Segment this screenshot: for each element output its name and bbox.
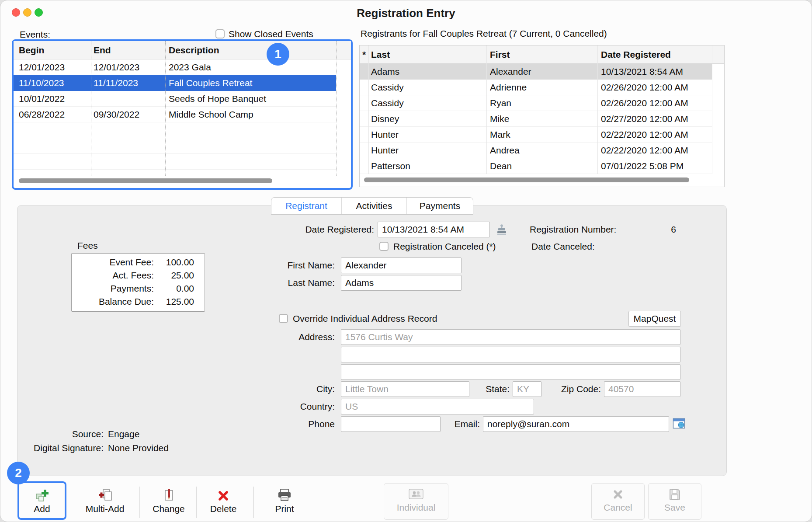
registration-number-value: 6: [634, 222, 676, 237]
phone-label: Phone: [228, 416, 335, 432]
date-registered-label: Date Registered:: [245, 222, 374, 237]
registrant-date: 02/22/2020 12:00 AM: [601, 143, 688, 158]
registrant-date: 02/26/2020 12:00 AM: [601, 80, 688, 95]
registrant-first: Ryan: [490, 95, 511, 111]
column-divider: [597, 45, 598, 174]
multi-add-icon: [98, 485, 112, 502]
separator: [267, 305, 678, 305]
cancel-button: Cancel: [591, 483, 645, 520]
event-end: 11/11/2023: [94, 75, 138, 90]
last-name-input[interactable]: [341, 275, 462, 291]
registrant-last: Cassidy: [371, 80, 404, 95]
country-label: Country:: [228, 399, 335, 414]
column-divider: [91, 41, 91, 176]
registration-canceled-label: Registration Canceled (*): [393, 241, 496, 252]
fee-label: Payments:: [72, 283, 154, 294]
registrant-row[interactable]: Disney Mike 02/27/2020 12:00 AM: [360, 111, 712, 127]
override-address-checkbox[interactable]: [279, 314, 288, 323]
address-line3-input[interactable]: [341, 364, 680, 380]
registrant-row[interactable]: Patterson Dean 07/01/2022 5:08 PM: [360, 158, 712, 174]
tab-registrant[interactable]: Registrant: [271, 198, 341, 214]
first-name-input[interactable]: [341, 258, 462, 273]
registrants-column-cancelled[interactable]: *: [362, 45, 366, 63]
events-label: Events:: [20, 29, 50, 40]
print-label: Print: [275, 504, 294, 514]
registrants-column-first[interactable]: First: [490, 45, 510, 63]
email-input[interactable]: [483, 416, 669, 432]
city-input[interactable]: [341, 381, 469, 397]
first-name-label: First Name:: [228, 258, 335, 273]
mapquest-button[interactable]: MapQuest: [628, 311, 681, 327]
tab-activities[interactable]: Activities: [341, 198, 406, 214]
show-closed-events-checkbox[interactable]: [215, 29, 225, 38]
address-line1-input[interactable]: [341, 329, 680, 345]
print-button[interactable]: Print: [260, 485, 309, 521]
registrant-last: Patterson: [371, 158, 410, 174]
registration-canceled-checkbox[interactable]: [379, 242, 389, 251]
event-row[interactable]: 06/28/2022 09/30/2022 Middle School Camp: [14, 107, 336, 122]
address-line2-input[interactable]: [341, 347, 680, 362]
events-table: Begin End Description 12/01/2023 12/01/2…: [14, 41, 351, 188]
registrant-row[interactable]: Cassidy Ryan 02/26/2020 12:00 AM: [360, 95, 712, 111]
country-input[interactable]: [341, 399, 534, 414]
change-icon: [162, 485, 176, 502]
registrant-row[interactable]: Cassidy Adrienne 02/26/2020 12:00 AM: [360, 80, 712, 95]
fee-value: 125.00: [154, 296, 194, 307]
event-end: 12/01/2023: [94, 59, 139, 75]
zip-code-input[interactable]: [604, 381, 680, 397]
registrant-row-selected[interactable]: Adams Alexander 10/13/2021 8:54 AM: [360, 64, 712, 80]
events-horizontal-scrollbar[interactable]: [19, 178, 272, 183]
event-row[interactable]: 10/01/2022 Seeds of Hope Banquet: [14, 91, 336, 107]
registrant-first: Alexander: [490, 64, 531, 79]
annotation-badge-1: 1: [267, 43, 289, 66]
fee-label: Act. Fees:: [72, 270, 154, 281]
events-column-end[interactable]: End: [94, 41, 111, 59]
registrant-row[interactable]: Hunter Andrea 02/22/2020 12:00 AM: [360, 143, 712, 158]
fee-value: 25.00: [154, 270, 194, 281]
phone-input[interactable]: [341, 416, 441, 432]
registrants-horizontal-scrollbar[interactable]: [364, 177, 689, 182]
toolbar-group-divider: [253, 487, 253, 518]
column-divider: [368, 45, 369, 174]
event-begin: 06/28/2022: [19, 107, 65, 122]
events-column-begin[interactable]: Begin: [19, 41, 44, 59]
registrant-row[interactable]: Hunter Mark 02/22/2020 12:00 AM: [360, 127, 712, 143]
events-annotation-box: Begin End Description 12/01/2023 12/01/2…: [12, 39, 353, 190]
registrants-heading: Registrants for Fall Couples Retreat (7 …: [361, 28, 607, 39]
fee-value: 100.00: [154, 257, 194, 268]
registrants-column-date-registered[interactable]: Date Registered: [601, 45, 671, 63]
registrant-first: Adrienne: [490, 80, 527, 95]
events-column-description[interactable]: Description: [169, 41, 219, 59]
registrants-table-header: * Last First Date Registered: [360, 45, 724, 64]
date-registered-input[interactable]: [378, 222, 490, 237]
multi-add-button[interactable]: Multi-Add: [81, 485, 129, 521]
event-row[interactable]: 12/01/2023 12/01/2023 2023 Gala: [14, 59, 336, 75]
date-stamp-icon[interactable]: [496, 223, 508, 237]
event-begin: 12/01/2023: [19, 59, 65, 75]
digital-signature-label: Digital Signature:: [14, 443, 104, 453]
change-button[interactable]: Change: [145, 485, 193, 521]
toolbar-divider: [196, 487, 197, 518]
tab-payments[interactable]: Payments: [406, 198, 473, 214]
delete-button[interactable]: Delete: [199, 485, 247, 521]
email-icon[interactable]: [673, 417, 686, 432]
registrant-first: Dean: [490, 158, 512, 174]
registrants-column-last[interactable]: Last: [371, 45, 390, 63]
registrant-last: Adams: [371, 64, 399, 79]
event-begin: 11/10/2023: [19, 75, 64, 90]
change-label: Change: [153, 504, 185, 514]
registration-number-label: Registration Number:: [530, 222, 635, 237]
state-input[interactable]: [513, 381, 541, 397]
fee-value: 0.00: [154, 283, 194, 294]
registrant-first: Mike: [490, 111, 509, 126]
event-description: Fall Couples Retreat: [169, 75, 252, 90]
registrant-date: 02/27/2020 12:00 AM: [601, 111, 688, 126]
event-end: 09/30/2022: [94, 107, 139, 122]
fee-label: Balance Due:: [72, 296, 154, 307]
registrant-date: 02/22/2020 12:00 AM: [601, 127, 688, 142]
cancel-label: Cancel: [604, 502, 632, 513]
event-row-empty: [14, 138, 336, 154]
event-row-selected[interactable]: 11/10/2023 11/11/2023 Fall Couples Retre…: [14, 75, 336, 91]
registrant-date: 02/26/2020 12:00 AM: [601, 95, 688, 111]
column-divider: [336, 41, 337, 176]
